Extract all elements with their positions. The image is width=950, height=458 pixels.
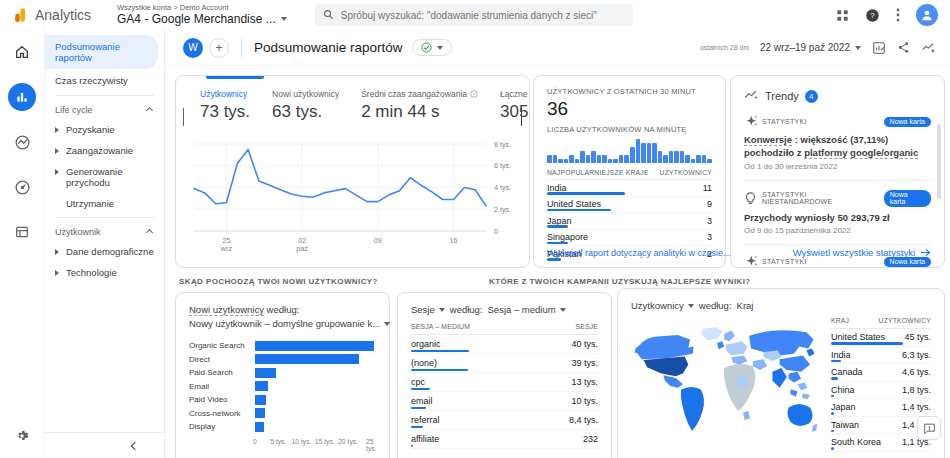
chevron-left-icon (131, 441, 139, 449)
medium-name: organic (411, 339, 441, 349)
axis-tick: 0 (253, 438, 257, 445)
user-avatar[interactable] (916, 4, 938, 26)
new-users-dimension-label: Nowi użytkownicy według: (189, 304, 376, 315)
channels-bar-chart: Organic SearchDirectPaid SearchEmailPaid… (189, 339, 376, 448)
sessions-col2-header: SESJE (575, 323, 598, 330)
insight-date: Od 9 do 15 października 2022 (744, 226, 931, 235)
more-vertical-icon[interactable] (896, 8, 900, 22)
metrics-scroll-right[interactable] (521, 108, 522, 126)
users-line-chart: 02 tys.4 tys.6 tys.8 tys.25wrz02paź0916 (186, 136, 521, 262)
feedback-button[interactable] (917, 416, 941, 440)
view-all-insights-link[interactable]: Wyświetl wszystkie statystyki (793, 247, 931, 258)
workspace-avatar[interactable]: W (183, 38, 203, 58)
account-switcher[interactable]: Wszystkie konta > Demo Account GA4 - Goo… (117, 4, 287, 25)
sidebar-section-użytkownik[interactable]: Użytkownik (45, 221, 164, 241)
realtime-country-row: Singapore3 (547, 230, 712, 247)
sessions-metric-select[interactable]: Sesje (411, 304, 445, 315)
metric-tab-nowi-użytkownicy[interactable]: Nowi użytkownicy63 tys. (272, 89, 339, 122)
by-label: według: (450, 304, 483, 315)
geo-metric-select[interactable]: Użytkownicy (631, 300, 694, 311)
sidebar-item-zaangażowanie[interactable]: Zaangażowanie (45, 140, 164, 161)
trends-title: Trendy (765, 90, 799, 102)
medium-bar (411, 426, 423, 429)
svg-text:4 tys.: 4 tys. (494, 183, 511, 192)
svg-text:paź: paź (296, 244, 308, 253)
apps-grid-icon[interactable] (836, 9, 849, 22)
scrollbar[interactable] (937, 124, 941, 199)
sidebar-item-podsumowanie-raportów[interactable]: Podsumowanie raportów (45, 35, 158, 69)
analytics-logo-icon[interactable] (10, 6, 28, 24)
country-row-south-korea: South Korea1,1 tys. (831, 434, 931, 452)
session-row-organic: organic40 tys. (411, 335, 598, 354)
advertising-icon[interactable] (8, 173, 36, 201)
channel-bar-track (255, 354, 376, 364)
by-label: według: (699, 300, 732, 311)
insight-text-body: Przychody wyniosły 50 293,79 zł (744, 212, 890, 223)
arrow-right-icon (920, 248, 931, 257)
realtime-title: UŻYTKOWNICY Z OSTATNICH 30 MINUT (547, 87, 712, 96)
explore-icon[interactable] (8, 128, 36, 156)
insights-icon[interactable] (921, 40, 936, 55)
channel-row-cross-network: Cross-network (189, 407, 376, 421)
add-comparison-button[interactable]: + (209, 38, 229, 58)
sidebar-item-generowanie-przychodu[interactable]: Generowanie przychodu (45, 161, 164, 193)
sessions-dimension-select[interactable]: Sesja – medium (488, 304, 566, 315)
expand-arrow-icon (55, 270, 59, 276)
search-icon (323, 6, 334, 24)
sessions-value: 40 tys. (571, 339, 598, 349)
geo-card: Użytkownicy według: Kraj (617, 288, 945, 458)
new-users-dimension-select[interactable]: Nowy użytkownik – domyślne grupowanie k.… (189, 318, 376, 329)
channel-label: Organic Search (189, 341, 255, 350)
insight-item[interactable]: STATYSTYKI NIESTANDARDOWENowa kartaPrzyc… (744, 190, 931, 236)
search-input[interactable] (341, 10, 625, 21)
date-range-value: 22 wrz–19 paź 2022 (760, 42, 850, 53)
country-users: 9 (707, 199, 712, 209)
metrics-scroll-left[interactable] (183, 108, 184, 126)
library-icon[interactable] (8, 218, 36, 246)
channel-bar (255, 408, 265, 418)
sessions-value: 232 (583, 434, 598, 444)
channel-bar-track (255, 422, 376, 432)
report-status-badge[interactable] (412, 39, 452, 56)
realtime-report-link[interactable]: Wyświetl raport dotyczący analityki w cz… (547, 248, 746, 258)
insight-item[interactable]: STATYSTYKINowa kartaKonwersje : większoś… (744, 114, 931, 171)
minute-bar (553, 155, 558, 163)
country-name: India (831, 350, 851, 360)
admin-gear-icon[interactable] (8, 422, 36, 450)
metric-tab-średni-czas-zaangażowania[interactable]: Średni czas zaangażowania?2 min 44 s (361, 89, 478, 122)
chevron-down-icon (560, 308, 566, 312)
sidebar-item-czas-rzeczywisty[interactable]: Czas rzeczywisty (45, 69, 158, 92)
metric-tab-łączne-pr[interactable]: Łączne pr305 t (500, 89, 529, 122)
feedback-bubble-icon (923, 422, 936, 435)
metric-tab-użytkownicy[interactable]: Użytkownicy73 tys. (200, 89, 250, 122)
sessions-value: 10 tys. (571, 396, 598, 406)
acquisition-section-title: SKĄD POCHODZĄ TWOI NOWI UŻYTKOWNICY? (179, 277, 378, 286)
axis-tick: 15 tys. (315, 438, 335, 445)
country-bar (831, 430, 834, 433)
active-metric-indicator (206, 76, 264, 79)
channel-bar (255, 341, 374, 351)
realtime-bar-chart (547, 139, 712, 163)
sidebar-collapse-button[interactable] (45, 432, 164, 458)
svg-text:6 tys.: 6 tys. (494, 161, 511, 170)
date-range-picker[interactable]: 22 wrz–19 paź 2022 (760, 42, 861, 53)
report-header: W + Podsumowanie raportów ostatnich 28 d… (165, 30, 950, 66)
ga4-dashboard: Analytics Wszystkie konta > Demo Account… (0, 0, 950, 458)
session-row-referral: referral8,4 tys. (411, 411, 598, 430)
axis-tick: 5 tys. (270, 438, 286, 445)
channel-bar (255, 368, 276, 378)
customize-report-icon[interactable] (872, 41, 886, 55)
share-icon[interactable] (897, 41, 910, 54)
sidebar-item-pozyskanie[interactable]: Pozyskanie (45, 119, 164, 140)
home-icon[interactable] (8, 38, 36, 66)
sidebar-item-utrzymanie[interactable]: Utrzymanie (45, 193, 164, 214)
help-icon[interactable]: ? (865, 8, 880, 23)
reports-icon[interactable] (8, 83, 36, 111)
sidebar-item-technologie[interactable]: Technologie (45, 262, 164, 283)
sidebar-item-dane-demograficzne[interactable]: Dane demograficzne (45, 241, 164, 262)
product-name: Analytics (35, 7, 91, 23)
sidebar-section-life-cycle[interactable]: Life cycle (45, 99, 164, 119)
country-users: 11 (703, 183, 712, 193)
country-bar (547, 192, 625, 195)
search-bar[interactable] (315, 4, 633, 26)
